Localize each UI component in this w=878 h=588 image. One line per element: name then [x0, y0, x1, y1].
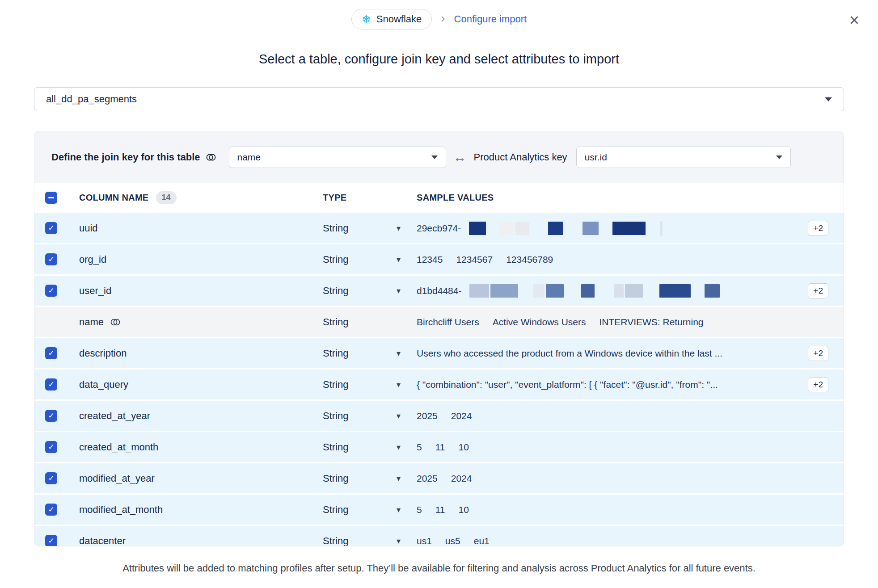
- type-value: String: [323, 379, 348, 391]
- columns-table-header: COLUMN NAME 14 TYPE SAMPLE VALUES: [34, 183, 844, 212]
- row-checkbox[interactable]: ✓: [45, 347, 57, 359]
- type-value: String: [323, 504, 348, 516]
- type-value: String: [323, 285, 348, 297]
- select-all-cell: [45, 192, 79, 204]
- row-checkbox[interactable]: ✓: [45, 535, 57, 546]
- row-checkbox[interactable]: ✓: [45, 441, 57, 453]
- column-name: user_id: [79, 285, 111, 297]
- column-name-cell: modified_at_year: [79, 473, 323, 484]
- sample-gap: [596, 290, 614, 291]
- checkbox-cell: ✓: [45, 222, 79, 234]
- chevron-down-icon: ▾: [397, 411, 401, 421]
- row-checkbox[interactable]: ✓: [45, 222, 57, 234]
- sample-value: 10: [459, 442, 469, 453]
- type-dropdown[interactable]: String▾: [323, 535, 417, 547]
- type-dropdown[interactable]: String▾: [323, 410, 417, 422]
- sample-value: 2025: [417, 411, 438, 421]
- sample-gap: [565, 290, 581, 291]
- pa-join-key-dropdown[interactable]: usr.id: [576, 147, 791, 168]
- table-row-data_query: ✓data_queryString▾{ "combination": "user…: [34, 370, 844, 399]
- row-checkbox[interactable]: ✓: [45, 472, 57, 484]
- row-checkbox[interactable]: ✓: [45, 253, 57, 265]
- select-all-checkbox[interactable]: [45, 192, 57, 204]
- double-arrow-icon: ↔: [453, 150, 467, 165]
- checkbox-cell: ✓: [45, 504, 79, 516]
- sample-value: { "combination": "user", "event_platform…: [417, 379, 718, 390]
- snowflake-source-pill[interactable]: ❄ Snowflake: [351, 9, 432, 29]
- join-key-label: Define the join key for this table: [51, 151, 216, 163]
- column-name-cell: user_id: [79, 285, 323, 297]
- chevron-down-icon: [431, 155, 438, 159]
- table-row-description: ✓descriptionString▾Users who accessed th…: [34, 338, 844, 368]
- row-checkbox[interactable]: ✓: [45, 285, 57, 297]
- sample-value: 11: [435, 442, 445, 453]
- column-count-badge: 14: [156, 191, 177, 204]
- type-value: String: [323, 410, 348, 422]
- close-button[interactable]: ×: [849, 12, 859, 29]
- checkbox-cell: ✓: [45, 378, 79, 391]
- row-checkbox[interactable]: ✓: [45, 504, 57, 516]
- sample-values-cell: 123451234567123456789: [417, 254, 828, 265]
- type-dropdown[interactable]: String▾: [323, 441, 417, 453]
- type-dropdown[interactable]: String▾: [323, 473, 417, 484]
- column-name-cell: modified_at_month: [79, 504, 323, 516]
- chevron-down-icon: ▾: [397, 286, 401, 296]
- sample-value: 2024: [451, 473, 472, 484]
- sample-value: 5: [417, 504, 422, 515]
- type-dropdown[interactable]: String▾: [323, 504, 417, 516]
- redacted-block: [533, 284, 545, 298]
- column-name-cell: created_at_month: [79, 441, 323, 453]
- column-name: uuid: [79, 223, 98, 234]
- row-checkbox[interactable]: ✓: [45, 410, 57, 422]
- overflow-count-chip[interactable]: +2: [808, 346, 828, 361]
- type-dropdown[interactable]: String▾: [323, 348, 417, 359]
- table-row-name: name StringBirchcliff UsersActive Window…: [34, 307, 844, 337]
- sample-values-cell: { "combination": "user", "event_platform…: [417, 377, 828, 392]
- column-name-header: COLUMN NAME 14: [79, 191, 323, 204]
- redacted-block: [490, 284, 518, 298]
- table-select-value: all_dd_pa_segments: [46, 93, 137, 105]
- sample-gap: [644, 290, 659, 291]
- snowflake-icon: ❄: [362, 14, 371, 25]
- sample-value: 11: [435, 504, 445, 515]
- chevron-down-icon: ▾: [397, 380, 401, 390]
- column-name-cell: datacenter: [79, 535, 323, 547]
- chevron-down-icon: ▾: [397, 505, 401, 515]
- table-join-key-dropdown[interactable]: name: [229, 147, 446, 168]
- column-name: data_query: [79, 379, 128, 391]
- pa-key-label: Product Analytics key: [474, 151, 567, 163]
- column-name: created_at_year: [79, 410, 150, 422]
- type-dropdown[interactable]: String▾: [323, 379, 417, 391]
- table-row-modified_at_year: ✓modified_at_yearString▾20252024: [34, 463, 844, 493]
- type-value: String: [323, 254, 348, 265]
- column-name-cell: description: [79, 348, 323, 359]
- table-join-key-value: name: [237, 152, 261, 163]
- type-dropdown[interactable]: String▾: [323, 254, 417, 265]
- sample-gap: [530, 228, 548, 228]
- row-checkbox[interactable]: ✓: [45, 378, 57, 391]
- sample-value: 12345: [417, 254, 443, 265]
- sample-value: Users who accessed the product from a Wi…: [417, 348, 722, 359]
- redacted-block: [705, 284, 720, 298]
- overflow-count-chip[interactable]: +2: [808, 283, 828, 298]
- table-row-uuid: ✓uuidString▾29ecb974-+2: [34, 213, 844, 243]
- page-title: Select a table, configure join key and s…: [0, 52, 878, 67]
- sample-values-header: SAMPLE VALUES: [417, 193, 828, 203]
- checkbox-cell: ✓: [45, 410, 79, 422]
- chevron-down-icon: ▾: [397, 536, 401, 546]
- redacted-block: [614, 284, 624, 298]
- sample-value: eu1: [474, 536, 490, 546]
- checkbox-cell: ✓: [45, 535, 79, 546]
- sample-values-cell: d1bd4484-+2: [417, 283, 828, 298]
- overflow-count-chip[interactable]: +2: [808, 377, 828, 392]
- type-dropdown[interactable]: String▾: [323, 223, 417, 234]
- table-row-modified_at_month: ✓modified_at_monthString▾51110: [34, 495, 844, 525]
- table-select-dropdown[interactable]: all_dd_pa_segments: [34, 87, 844, 111]
- column-name-cell: uuid: [79, 223, 323, 234]
- overflow-count-chip[interactable]: +2: [808, 221, 828, 236]
- sample-gap: [692, 290, 705, 291]
- column-name: modified_at_month: [79, 504, 163, 516]
- type-dropdown[interactable]: String▾: [323, 285, 417, 297]
- configure-import-link[interactable]: Configure import: [454, 13, 527, 25]
- type-value: String: [323, 473, 348, 484]
